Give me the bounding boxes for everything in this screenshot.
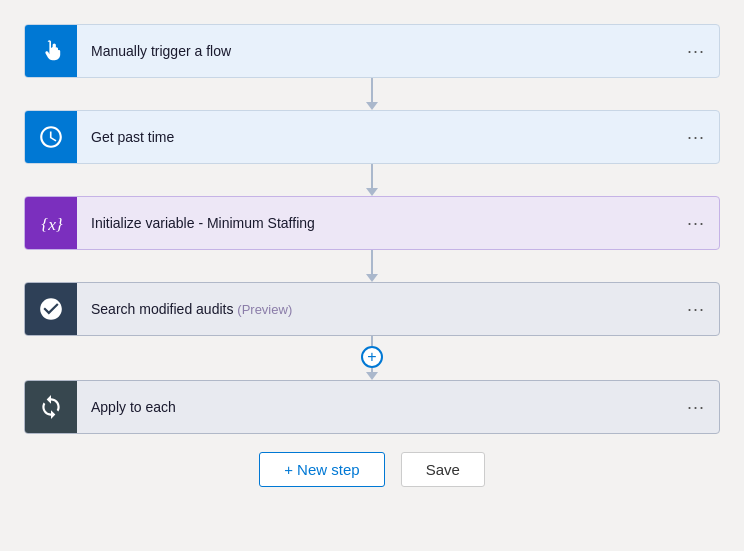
step-init-variable-more[interactable]: ··· — [673, 213, 719, 234]
step-get-past-time[interactable]: Get past time ··· — [24, 110, 720, 164]
step-search-audits-more[interactable]: ··· — [673, 299, 719, 320]
add-step-button[interactable]: + — [361, 346, 383, 368]
step-search-audits[interactable]: Search modified audits (Preview) ··· — [24, 282, 720, 336]
step-search-audits-label: Search modified audits (Preview) — [77, 301, 673, 317]
step-init-variable-label: Initialize variable - Minimum Staffing — [77, 215, 673, 231]
bottom-actions: + New step Save — [259, 452, 485, 487]
step-get-past-time-more[interactable]: ··· — [673, 127, 719, 148]
connector-4: + — [361, 336, 383, 380]
connector-2 — [366, 164, 378, 196]
connector-line-1 — [371, 78, 373, 102]
connector-arrow-3 — [366, 274, 378, 282]
step-get-past-time-label: Get past time — [77, 129, 673, 145]
connector-arrow-4 — [366, 372, 378, 380]
connector-1 — [366, 78, 378, 110]
connector-arrow-1 — [366, 102, 378, 110]
connector-line-4-top — [371, 336, 373, 346]
connector-3 — [366, 250, 378, 282]
connector-arrow-2 — [366, 188, 378, 196]
save-button[interactable]: Save — [401, 452, 485, 487]
step-init-variable[interactable]: {x} Initialize variable - Minimum Staffi… — [24, 196, 720, 250]
step-loop-icon — [25, 381, 77, 433]
connector-line-2 — [371, 164, 373, 188]
new-step-button[interactable]: + New step — [259, 452, 384, 487]
step-apply-each-label: Apply to each — [77, 399, 673, 415]
flow-container: Manually trigger a flow ··· Get past tim… — [0, 16, 744, 495]
connector-line-3 — [371, 250, 373, 274]
step-apply-each[interactable]: Apply to each ··· — [24, 380, 720, 434]
step-apply-each-more[interactable]: ··· — [673, 397, 719, 418]
svg-text:{x}: {x} — [41, 215, 63, 234]
step-fx-icon: {x} — [25, 197, 77, 249]
step-trigger-label: Manually trigger a flow — [77, 43, 673, 59]
step-trigger[interactable]: Manually trigger a flow ··· — [24, 24, 720, 78]
step-check-icon — [25, 283, 77, 335]
step-trigger-more[interactable]: ··· — [673, 41, 719, 62]
step-trigger-icon — [25, 25, 77, 77]
step-clock-icon — [25, 111, 77, 163]
